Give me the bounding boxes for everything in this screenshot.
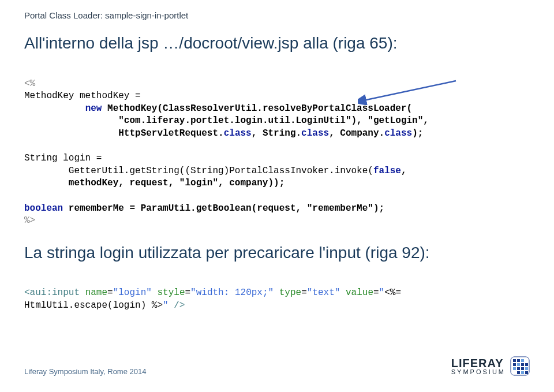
liferay-mark-icon <box>510 356 530 376</box>
jsp-close: %> <box>24 215 35 226</box>
svg-rect-8 <box>525 363 528 366</box>
svg-rect-5 <box>513 363 516 366</box>
code-line: ); <box>412 128 423 139</box>
code-line: GetterUtil.getString((String)PortalClass… <box>69 166 373 176</box>
code-line: , <box>401 166 407 176</box>
code-line: , Company. <box>329 128 384 139</box>
eq: = <box>107 288 113 298</box>
code-line: HtmlUtil.escape(login) <box>24 300 152 311</box>
svg-rect-14 <box>521 371 524 374</box>
code-line: "com.liferay.portlet.login.util.LoginUti… <box>118 115 429 126</box>
code-block-2: <aui:input name="login" style="width: 12… <box>24 275 530 312</box>
code-line: MethodKey(ClassResolverUtil.resolveByPor… <box>102 103 412 114</box>
pad <box>24 115 118 126</box>
eq: = <box>185 288 191 298</box>
svg-rect-6 <box>517 363 520 366</box>
svg-rect-12 <box>525 367 528 370</box>
code-line: , String. <box>252 128 301 139</box>
pad <box>24 178 69 188</box>
pad <box>24 166 69 176</box>
pad <box>24 128 118 139</box>
code-block-1: <% MethodKey methodKey = new MethodKey(C… <box>24 65 530 227</box>
code-line: methodKey, request, "login", company)); <box>69 178 285 188</box>
jsp-open: <% <box>24 79 35 89</box>
jsp-expr-close: %> <box>152 300 163 311</box>
eq: = <box>373 288 379 298</box>
keyword-boolean: boolean <box>24 203 63 214</box>
page-header: Portal Class Loader: sample-sign-in-port… <box>24 10 530 20</box>
code-line: MethodKey methodKey = <box>24 91 141 101</box>
page-footer: Liferay Symposium Italy, Rome 2014 LIFER… <box>24 356 530 376</box>
code-line: rememberMe = ParamUtil.getBoolean(reques… <box>63 203 384 214</box>
svg-rect-13 <box>517 371 520 374</box>
attr-name: type <box>279 288 301 298</box>
keyword-new: new <box>85 103 102 114</box>
svg-rect-11 <box>521 367 524 370</box>
eq: = <box>301 288 307 298</box>
section-title: All'interno della jsp …/docroot/view.jsp… <box>24 34 530 53</box>
footer-text: Liferay Symposium Italy, Rome 2014 <box>24 367 146 376</box>
tag-open: < <box>24 288 30 298</box>
attr-value: "login" <box>113 288 152 298</box>
svg-rect-3 <box>517 359 520 362</box>
sp <box>274 288 279 298</box>
liferay-logo: LIFERAY SYMPOSIUM <box>451 356 530 376</box>
attr-value: "text" <box>307 288 340 298</box>
keyword-class: class <box>384 128 412 139</box>
attr-name: style <box>157 288 185 298</box>
jsp-expr-open: <%= <box>384 288 401 298</box>
attr-value: "width: 120px;" <box>190 288 274 298</box>
section-subtitle: La stringa login utilizzata per precaric… <box>24 244 530 262</box>
logo-sub: SYMPOSIUM <box>451 369 506 375</box>
tag-close: /> <box>169 300 185 311</box>
code-line: String login = <box>24 153 102 163</box>
svg-rect-10 <box>517 367 520 370</box>
sp <box>80 288 85 298</box>
tag-name: aui:input <box>30 288 80 298</box>
svg-rect-2 <box>513 359 516 362</box>
attr-value-quote: " <box>163 300 169 311</box>
logo-brand: LIFERAY <box>451 357 506 369</box>
attr-name: value <box>346 288 373 298</box>
attr-name: name <box>85 288 107 298</box>
pad <box>24 103 85 114</box>
svg-rect-15 <box>525 371 528 374</box>
code-line: HttpServletRequest. <box>118 128 223 139</box>
keyword-class: class <box>301 128 329 139</box>
keyword-class: class <box>224 128 252 139</box>
keyword-false: false <box>373 166 401 176</box>
sp <box>340 288 346 298</box>
attr-value-quote: " <box>379 288 385 298</box>
svg-rect-9 <box>513 367 516 370</box>
svg-rect-4 <box>521 359 524 362</box>
svg-rect-7 <box>521 363 524 366</box>
